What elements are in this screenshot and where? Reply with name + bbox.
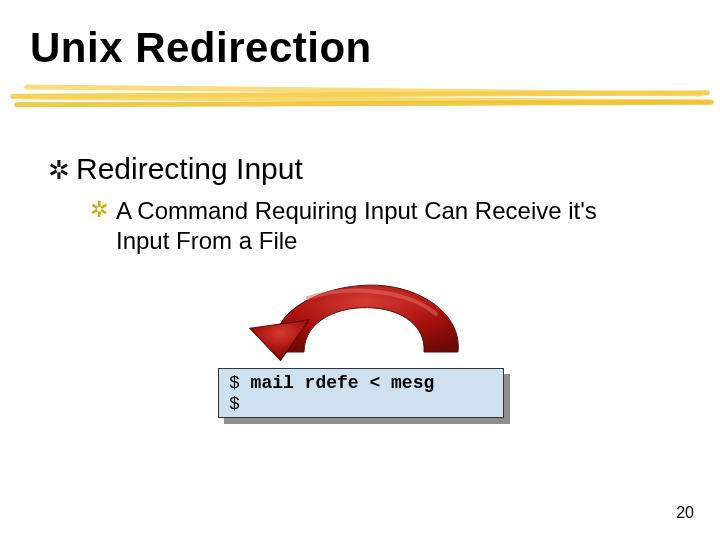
code-command: mail rdefe < mesg	[251, 373, 435, 393]
bullet-level1: ✲Redirecting Input	[48, 152, 303, 186]
bullet-glyph-yellow: ✲	[90, 196, 116, 224]
code-prompt-2: $	[229, 394, 240, 414]
curved-arrow-icon	[218, 278, 478, 368]
bullet-glyph-black: ✲	[48, 155, 76, 186]
bullet-level1-text: Redirecting Input	[76, 152, 303, 185]
bullet-level2-text: A Command Requiring Input Can Receive it…	[116, 196, 636, 256]
code-prompt-1: $	[229, 373, 251, 393]
code-box: $ mail rdefe < mesg $	[218, 368, 504, 418]
page-number: 20	[676, 504, 694, 522]
bullet-level2: ✲A Command Requiring Input Can Receive i…	[90, 196, 650, 256]
slide-title: Unix Redirection	[30, 24, 372, 72]
slide: Unix Redirection ✲Redirecting Input ✲A C…	[0, 0, 720, 540]
crayon-underline	[10, 86, 720, 112]
